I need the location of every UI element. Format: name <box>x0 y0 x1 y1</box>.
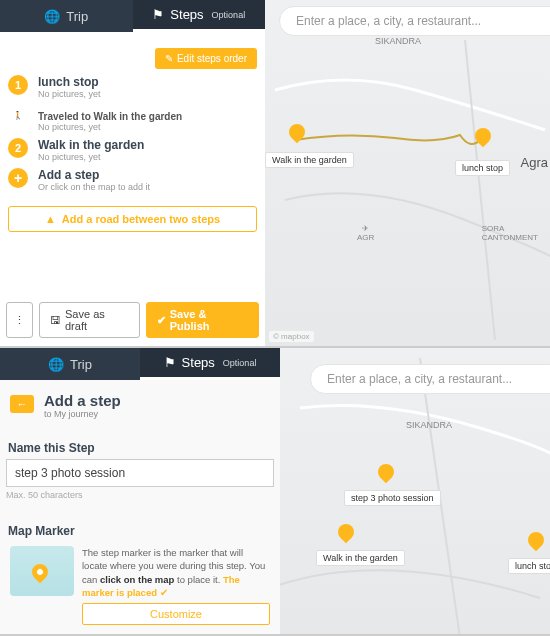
marker-description: The step marker is the marker that will … <box>82 546 270 599</box>
map-pin-label: Walk in the garden <box>265 152 354 168</box>
walk-icon: 🚶 <box>8 111 28 120</box>
edit-icon: ✎ <box>165 53 173 64</box>
step-number: 2 <box>8 138 28 158</box>
name-hint: Max. 50 characters <box>6 490 274 500</box>
map-pin-label: step 3 photo session <box>344 490 441 506</box>
map-search-input[interactable]: Enter a place, a city, a restaurant... <box>279 6 550 36</box>
step-subtitle: No pictures, yet <box>38 89 101 99</box>
back-button[interactable]: ← <box>10 395 34 413</box>
map-search-input[interactable]: Enter a place, a city, a restaurant... <box>310 364 550 394</box>
road-icon: ▲ <box>45 213 56 225</box>
map-text: SORA CANTONMENT <box>482 224 538 242</box>
edit-steps-order-button[interactable]: ✎ Edit steps order <box>155 48 257 69</box>
step-title: Walk in the garden <box>38 138 144 152</box>
tab-steps[interactable]: ⚑ Steps Optional <box>133 0 266 32</box>
step-subtitle: No pictures, yet <box>38 152 144 162</box>
step-item[interactable]: 1 lunch stop No pictures, yet <box>0 69 265 105</box>
save-icon: 🖫 <box>50 314 61 326</box>
globe-icon: 🌐 <box>44 9 60 24</box>
marker-preview <box>10 546 74 596</box>
save-draft-button[interactable]: 🖫 Save as draft <box>39 302 140 338</box>
check-icon: ✔ <box>157 314 166 327</box>
page-subtitle: to My journey <box>44 409 121 419</box>
add-step-row[interactable]: + Add a step Or click on the map to add … <box>0 168 265 198</box>
step-name-input[interactable] <box>6 459 274 487</box>
map[interactable]: SIKANDRA Agra ✈AGR SORA CANTONMENT Walk … <box>265 0 550 346</box>
more-options-button[interactable]: ⋮ <box>6 302 33 338</box>
page-title: Add a step <box>44 392 121 409</box>
tab-trip[interactable]: 🌐 Trip <box>0 348 140 380</box>
save-publish-button[interactable]: ✔ Save & Publish <box>146 302 259 338</box>
route-icon: ⚑ <box>164 355 176 370</box>
add-step-sub: Or click on the map to add it <box>38 182 150 192</box>
tab-steps[interactable]: ⚑ Steps Optional <box>140 348 280 380</box>
map-text: ✈AGR <box>357 224 374 242</box>
map-pin-label: Walk in the garden <box>316 550 405 566</box>
travel-item: 🚶 Traveled to Walk in the garden No pict… <box>0 105 265 138</box>
map-text: SIKANDRA <box>406 420 452 430</box>
route-icon: ⚑ <box>152 7 164 22</box>
more-vertical-icon: ⋮ <box>14 314 25 327</box>
add-road-button[interactable]: ▲ Add a road between two steps <box>8 206 257 232</box>
step-title: lunch stop <box>38 75 101 89</box>
map-pin-label: lunch stop <box>455 160 510 176</box>
step-number: 1 <box>8 75 28 95</box>
globe-icon: 🌐 <box>48 357 64 372</box>
map-marker-label: Map Marker <box>8 524 272 538</box>
arrow-left-icon: ← <box>17 398 28 410</box>
tab-trip[interactable]: 🌐 Trip <box>0 0 133 32</box>
add-step-title: Add a step <box>38 168 150 182</box>
map-text: Agra <box>521 155 548 170</box>
name-step-label: Name this Step <box>8 441 272 455</box>
check-icon: ✔ <box>160 587 168 598</box>
customize-button[interactable]: Customize <box>82 603 270 625</box>
map-pin-label: lunch stop <box>508 558 550 574</box>
step-item[interactable]: 2 Walk in the garden No pictures, yet <box>0 138 265 168</box>
map-text: SIKANDRA <box>375 36 421 46</box>
plus-icon: + <box>8 168 28 188</box>
map-attribution: © mapbox <box>269 331 314 342</box>
